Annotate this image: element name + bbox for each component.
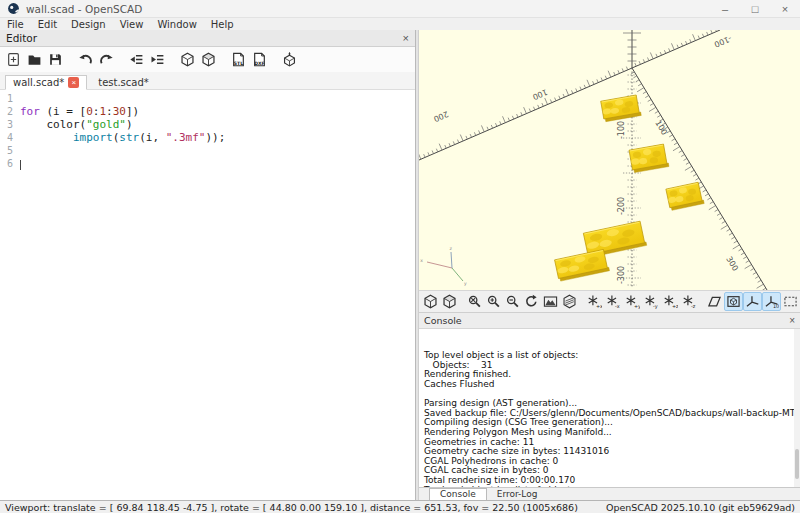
- tab-close-button[interactable]: ×: [68, 77, 79, 88]
- view-plus-x-button[interactable]: +x: [585, 292, 604, 311]
- editor-close-button[interactable]: ×: [403, 32, 409, 44]
- indent-button[interactable]: [147, 49, 168, 70]
- svg-text:-y: -y: [653, 303, 658, 309]
- openscad-logo-icon: [7, 2, 20, 15]
- minimize-button[interactable]: –: [710, 0, 740, 17]
- export-stl-button[interactable]: STL: [228, 49, 249, 70]
- redo-icon: [99, 52, 114, 67]
- editor-tab-bar: wall.scad*×test.scad*: [0, 72, 415, 90]
- console-tab-console[interactable]: Console: [429, 488, 487, 500]
- code-line: 4 import(str(i, ".3mf"));: [0, 131, 415, 144]
- show-scale-markers-button[interactable]: 10: [762, 292, 781, 311]
- editor-panel: Editor × STLDXF wall.scad*×test.scad* 12…: [0, 30, 416, 500]
- svg-text:x: x: [420, 258, 423, 263]
- svg-text:+y: +y: [634, 303, 640, 309]
- unindent-icon: [129, 52, 144, 67]
- menu-view[interactable]: View: [113, 19, 151, 30]
- render-button[interactable]: [440, 292, 459, 311]
- perspective-button[interactable]: [705, 292, 724, 311]
- new-file-button[interactable]: [3, 49, 24, 70]
- star-icon: +z: [663, 294, 678, 309]
- view-plus-y-button[interactable]: +y: [623, 292, 642, 311]
- line-number: 5: [0, 144, 20, 157]
- menu-bar: FileEditDesignViewWindowHelp: [0, 18, 800, 30]
- code-text: import(str(i, ".3mf"));: [20, 131, 225, 144]
- axis-tick-label: -100: [713, 34, 733, 49]
- preview-button[interactable]: [177, 49, 198, 70]
- status-bar: Viewport: translate = [ 69.84 118.45 -4.…: [0, 500, 800, 513]
- mountains-icon: [543, 294, 558, 309]
- show-axes-button[interactable]: [743, 292, 762, 311]
- console-panel: Console × Top level object is a list of …: [419, 312, 800, 487]
- star-icon: -z: [682, 294, 697, 309]
- console-tab-error-log[interactable]: Error-Log: [487, 489, 548, 500]
- code-line: 6: [0, 157, 415, 170]
- console-panel-header: Console ×: [419, 313, 800, 329]
- text-cursor: [20, 160, 21, 170]
- console-close-button[interactable]: ×: [789, 315, 795, 326]
- code-editor[interactable]: 12for (i = [0:1:30])3 color("gold")4 imp…: [0, 90, 415, 500]
- tab-wall-scad[interactable]: wall.scad*×: [5, 75, 87, 90]
- menu-edit[interactable]: Edit: [31, 19, 64, 30]
- tab-label: wall.scad*: [13, 77, 64, 88]
- editor-toolbar: STLDXF: [0, 47, 415, 72]
- view-dashed-button[interactable]: [781, 292, 800, 311]
- show-edges-button[interactable]: [560, 292, 579, 311]
- cube-outline-icon: [423, 294, 438, 309]
- maximize-button[interactable]: □: [740, 0, 770, 17]
- menu-file[interactable]: File: [0, 19, 31, 30]
- menu-design[interactable]: Design: [64, 19, 113, 30]
- gold-object: [629, 144, 669, 173]
- zoom-in-button[interactable]: [484, 292, 503, 311]
- preview-button[interactable]: [421, 292, 440, 311]
- close-button[interactable]: ×: [770, 0, 800, 17]
- axis-tick-label: 100: [531, 87, 549, 101]
- console-scrollbar-thumb[interactable]: [795, 449, 799, 479]
- svg-text:-z: -z: [691, 303, 696, 309]
- redo-button[interactable]: [96, 49, 117, 70]
- menu-help[interactable]: Help: [204, 19, 241, 30]
- export-3d-button[interactable]: [279, 49, 300, 70]
- save-button[interactable]: [45, 49, 66, 70]
- unindent-button[interactable]: [126, 49, 147, 70]
- gold-object: [601, 95, 642, 122]
- undo-icon: [78, 52, 93, 67]
- tab-label: test.scad*: [98, 77, 149, 88]
- console-scrollbar[interactable]: [794, 329, 800, 487]
- window-title: wall.scad - OpenSCAD: [26, 3, 142, 15]
- orthogonal-button[interactable]: [724, 292, 743, 311]
- folder-icon: [27, 52, 42, 67]
- svg-text:+x: +x: [596, 303, 602, 309]
- axis-tick-label: -300: [617, 266, 626, 284]
- view-all-button[interactable]: [541, 292, 560, 311]
- code-text: for (i = [0:1:30]): [20, 105, 139, 118]
- menu-window[interactable]: Window: [150, 19, 203, 30]
- reset-view-button[interactable]: [522, 292, 541, 311]
- undo-button[interactable]: [75, 49, 96, 70]
- cube-render-icon: [201, 52, 216, 67]
- line-number: 4: [0, 131, 20, 144]
- zoom-all-button[interactable]: [465, 292, 484, 311]
- view-plus-z-button[interactable]: +z: [661, 292, 680, 311]
- export-dxf-button[interactable]: DXF: [249, 49, 270, 70]
- render-button[interactable]: [198, 49, 219, 70]
- svg-text:-x: -x: [615, 303, 620, 309]
- open-button[interactable]: [24, 49, 45, 70]
- console-tab-bar: ConsoleError-Log: [419, 487, 800, 500]
- viewport[interactable]: 100200-100100300-100-200-300xyz: [419, 30, 800, 290]
- view-minus-z-button[interactable]: -z: [680, 292, 699, 311]
- svg-text:STL: STL: [234, 61, 243, 66]
- zoom-out-button[interactable]: [503, 292, 522, 311]
- viewport-canvas[interactable]: 100200-100100300-100-200-300xyz: [419, 30, 800, 290]
- magnifier-plus-icon: [486, 294, 501, 309]
- tab-test-scad[interactable]: test.scad*: [91, 76, 156, 89]
- doc-label-icon: DXF: [252, 52, 267, 67]
- svg-text:DXF: DXF: [254, 61, 265, 66]
- parallelogram-icon: [707, 294, 722, 309]
- star-icon: +x: [587, 294, 602, 309]
- view-minus-x-button[interactable]: -x: [604, 292, 623, 311]
- view-minus-y-button[interactable]: -y: [642, 292, 661, 311]
- line-number: 1: [0, 92, 20, 105]
- axis-tick-label: 300: [724, 255, 740, 273]
- gold-object: [555, 249, 610, 281]
